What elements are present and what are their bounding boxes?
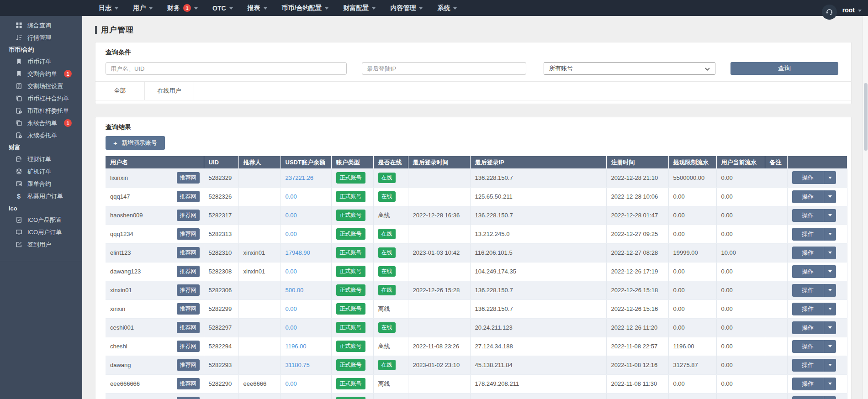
balance-link[interactable]: 0.00	[286, 212, 297, 219]
sidebar-item[interactable]: 理财订单	[0, 153, 82, 165]
action-button[interactable]: 操作	[792, 228, 824, 241]
action-button[interactable]: 操作	[792, 321, 824, 334]
scrollbar-thumb[interactable]	[864, 83, 868, 151]
balance-link[interactable]: 0.00	[286, 193, 297, 200]
sidebar-item[interactable]: ICO用户订单	[0, 226, 82, 238]
sidebar-item[interactable]: 币币订单	[0, 55, 82, 68]
nav-item[interactable]: 财务 1	[160, 0, 205, 16]
balance-link[interactable]: 0.00	[286, 231, 297, 237]
tab-0[interactable]: 全部	[95, 82, 145, 100]
action-button[interactable]: 操作	[792, 209, 824, 222]
sidebar-item[interactable]: 永续合约单 1	[0, 117, 82, 129]
username-uid-input[interactable]	[106, 62, 347, 75]
action-dropdown-toggle[interactable]	[824, 396, 836, 399]
action-button[interactable]: 操作	[792, 303, 824, 315]
action-dropdown-toggle[interactable]	[824, 303, 836, 315]
sidebar-item[interactable]: $ 私募用户订单	[0, 190, 82, 202]
action-dropdown-toggle[interactable]	[824, 209, 836, 222]
search-panel-title: 查询条件	[95, 42, 851, 56]
sidebar-item[interactable]: 交割合约单 1	[0, 68, 82, 80]
sidebar-item[interactable]: 综合查询	[0, 19, 82, 31]
nav-item[interactable]: 报表	[240, 0, 275, 16]
table-row: elint123 推荐网 5282310 xinxin01 17948.90 正…	[106, 243, 847, 262]
action-dropdown-toggle[interactable]	[824, 284, 836, 297]
sidebar-item[interactable]: ICO产品配置	[0, 214, 82, 226]
avatar[interactable]	[822, 5, 837, 20]
last-login-ip-input[interactable]	[362, 62, 526, 75]
chevron-down-icon	[229, 7, 233, 10]
remark-cell	[765, 337, 787, 356]
nav-item[interactable]: 财富配置	[336, 0, 383, 16]
scrollbar[interactable]	[863, 16, 868, 399]
sidebar-item[interactable]: 跟单合约	[0, 178, 82, 190]
balance-link[interactable]: 0.00	[286, 380, 297, 387]
action-button[interactable]: 操作	[792, 284, 824, 297]
tab-1[interactable]: 在线用户	[145, 82, 194, 100]
balance-link[interactable]: 31180.75	[286, 362, 310, 368]
referrer-badge[interactable]: 推荐网	[177, 359, 200, 371]
action-button[interactable]: 操作	[792, 340, 824, 353]
referrer-badge[interactable]: 推荐网	[177, 284, 200, 296]
referrer-badge[interactable]: 推荐网	[177, 397, 200, 399]
last-login-time-cell	[408, 299, 470, 318]
sidebar-item[interactable]: 矿机订单	[0, 165, 82, 178]
doc-clock-icon	[15, 107, 22, 115]
account-type-select[interactable]: 所有账号	[544, 62, 715, 75]
nav-item[interactable]: 币币/合约配置	[275, 0, 336, 16]
action-button[interactable]: 操作	[792, 247, 824, 259]
referrer-badge[interactable]: 推荐网	[177, 341, 200, 352]
referrer-badge[interactable]: 推荐网	[177, 378, 200, 389]
balance-link[interactable]: 0.00	[286, 268, 297, 275]
sidebar-item[interactable]: 币币杠杆合约单	[0, 92, 82, 105]
action-dropdown-toggle[interactable]	[824, 265, 836, 278]
sidebar-item[interactable]: 永续委托单	[0, 129, 82, 142]
action-button[interactable]: 操作	[792, 378, 824, 390]
sidebar-item[interactable]: 币币杠杆委托单	[0, 105, 82, 117]
referrer-badge[interactable]: 推荐网	[177, 210, 200, 221]
uid-cell: 5282297	[204, 318, 238, 337]
nav-item[interactable]: 日志	[91, 0, 126, 16]
sidebar-item[interactable]: 交割场控设置	[0, 80, 82, 92]
nav-item[interactable]: 内容管理	[383, 0, 430, 16]
action-dropdown-toggle[interactable]	[824, 359, 836, 372]
referrer-badge[interactable]: 推荐网	[177, 322, 200, 333]
referrer-badge[interactable]: 推荐网	[177, 247, 200, 258]
action-dropdown-toggle[interactable]	[824, 171, 836, 184]
balance-link[interactable]: 0.00	[286, 324, 297, 331]
action-dropdown-toggle[interactable]	[824, 190, 836, 203]
balance-link[interactable]: 1196.00	[286, 343, 307, 350]
action-dropdown-toggle[interactable]	[824, 378, 836, 390]
account-type-badge: 正式账号	[336, 359, 365, 371]
referrer-badge[interactable]: 推荐网	[177, 191, 200, 202]
action-button[interactable]: 操作	[792, 265, 824, 278]
last-login-ip-cell: 35.72.15.128	[470, 393, 606, 399]
nav-menu: 日志 用户 财务 1 OTC 报表 币币/合约配置 财富配置 内容管理	[91, 0, 464, 16]
balance-link[interactable]: 500.00	[286, 287, 304, 294]
action-dropdown-toggle[interactable]	[824, 228, 836, 241]
action-dropdown-toggle[interactable]	[824, 247, 836, 259]
referrer-badge[interactable]: 推荐网	[177, 228, 200, 240]
action-dropdown-toggle[interactable]	[824, 321, 836, 334]
nav-item[interactable]: 用户	[126, 0, 160, 16]
nav-item[interactable]: OTC	[205, 0, 240, 16]
action-button[interactable]: 操作	[792, 190, 824, 203]
balance-link[interactable]: 17948.90	[286, 249, 310, 256]
referrer-badge[interactable]: 推荐网	[177, 266, 200, 277]
nav-item[interactable]: 系统	[430, 0, 464, 16]
balance-link[interactable]: 237221.26	[286, 174, 313, 181]
action-dropdown-toggle[interactable]	[824, 340, 836, 353]
sidebar-item[interactable]: 签到用户	[0, 238, 82, 251]
action-button[interactable]: 操作	[792, 396, 824, 399]
action-button[interactable]: 操作	[792, 171, 824, 184]
column-header: UID	[204, 156, 238, 168]
action-button[interactable]: 操作	[792, 359, 824, 372]
uid-cell: 5282290	[204, 374, 238, 393]
sidebar-item[interactable]: 行情管理	[0, 31, 82, 44]
search-button[interactable]: 查询	[730, 62, 838, 75]
balance-link[interactable]: 0.00	[286, 305, 297, 312]
add-demo-account-button[interactable]: + 新增演示账号	[106, 136, 165, 150]
user-menu[interactable]: root	[842, 6, 862, 14]
sidebar-item-label: 私募用户订单	[27, 192, 63, 200]
referrer-badge[interactable]: 推荐网	[177, 172, 200, 184]
referrer-badge[interactable]: 推荐网	[177, 303, 200, 315]
